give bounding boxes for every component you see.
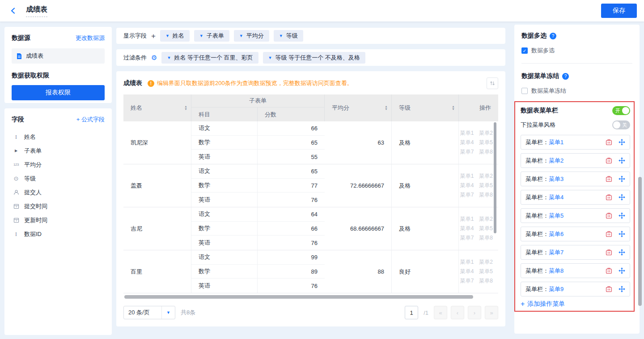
action-menu-link[interactable]: 菜单4 xyxy=(460,268,474,275)
delete-icon[interactable] xyxy=(606,157,612,164)
add-action-menu-link[interactable]: + 添加操作菜单 xyxy=(521,300,630,308)
field-item-平均分[interactable]: 123平均分 xyxy=(12,158,105,172)
save-button[interactable]: 保存 xyxy=(601,4,637,18)
delete-icon[interactable] xyxy=(606,231,612,237)
page-scrollbar[interactable] xyxy=(638,177,642,306)
formula-field-link[interactable]: + 公式字段 xyxy=(76,116,105,124)
page-number-input[interactable]: 1 xyxy=(405,306,418,319)
drag-move-icon[interactable] xyxy=(619,212,625,219)
field-item-提交时间[interactable]: 7提交时间 xyxy=(12,199,105,213)
gear-icon[interactable]: ⚙ xyxy=(151,54,157,61)
back-button[interactable] xyxy=(7,4,20,17)
sort-average-control[interactable]: ▲▼ xyxy=(385,105,388,111)
action-menu-link[interactable]: 菜单4 xyxy=(460,182,474,189)
action-menu-link[interactable]: 菜单5 xyxy=(479,225,493,232)
sort-name-control[interactable]: ▲▼ xyxy=(184,105,187,111)
add-display-field-button[interactable]: + xyxy=(151,32,156,40)
display-field-chip[interactable]: ▼平均分 xyxy=(234,30,269,42)
action-menu-link[interactable]: 菜单4 xyxy=(460,225,474,232)
action-menu-link[interactable]: 菜单1 xyxy=(460,172,474,180)
horizontal-scrollbar[interactable] xyxy=(124,295,473,299)
delete-icon[interactable] xyxy=(606,139,612,146)
field-item-提交人[interactable]: 提交人 xyxy=(12,185,105,199)
multi-select-checkbox[interactable]: ✓ 数据多选 xyxy=(521,47,632,55)
field-item-更新时间[interactable]: 7更新时间 xyxy=(12,213,105,227)
action-menu-link[interactable]: 菜单5 xyxy=(479,139,493,146)
last-page-button[interactable]: » xyxy=(485,306,498,319)
action-menu-link[interactable]: 菜单2 xyxy=(479,172,493,180)
display-field-chip[interactable]: ▼子表单 xyxy=(194,30,229,42)
action-menu-link[interactable]: 菜单4 xyxy=(460,139,474,146)
drag-move-icon[interactable] xyxy=(619,194,625,201)
report-permission-button[interactable]: 报表权限 xyxy=(12,85,105,100)
action-menu-link[interactable]: 菜单5 xyxy=(479,268,493,275)
display-field-chip[interactable]: ▼等级 xyxy=(274,30,303,42)
table-row: 吉尼语文64数学66英语7668.66666667及格菜单1菜单2菜单4菜单5菜… xyxy=(123,207,498,250)
action-menu-link[interactable]: 菜单7 xyxy=(460,191,474,199)
action-menu-link[interactable]: 菜单2 xyxy=(479,215,493,223)
dropdown-style-toggle[interactable]: 关 xyxy=(612,120,630,129)
next-page-button[interactable]: › xyxy=(468,306,481,319)
default-sort-button[interactable] xyxy=(487,77,498,89)
page-title[interactable]: 成绩表 xyxy=(26,5,47,17)
first-page-button[interactable]: « xyxy=(434,306,447,319)
cell-score: 64 xyxy=(258,207,325,221)
action-menu-link[interactable]: 菜单5 xyxy=(479,182,493,189)
action-menu-link[interactable]: 菜单8 xyxy=(479,191,493,199)
display-field-chip[interactable]: ▼姓名 xyxy=(160,30,190,42)
menu-item-name[interactable]: 菜单9 xyxy=(549,285,564,293)
menu-bar-toggle[interactable]: 开 xyxy=(612,106,630,115)
menu-item-name[interactable]: 菜单5 xyxy=(549,212,564,220)
drag-move-icon[interactable] xyxy=(619,139,625,146)
delete-icon[interactable] xyxy=(606,249,612,256)
menu-item-name[interactable]: 菜单8 xyxy=(549,267,564,275)
drag-move-icon[interactable] xyxy=(619,267,625,274)
action-menu-link[interactable]: 菜单1 xyxy=(460,215,474,223)
menu-item-name[interactable]: 菜单3 xyxy=(549,175,564,183)
field-item-数据ID[interactable]: I数据ID xyxy=(12,227,105,241)
drag-move-icon[interactable] xyxy=(619,231,625,237)
field-item-子表单[interactable]: ▶子表单 xyxy=(12,144,105,158)
drag-move-icon[interactable] xyxy=(619,249,625,256)
action-menu-link[interactable]: 菜单7 xyxy=(460,148,474,156)
menu-item-name[interactable]: 菜单2 xyxy=(549,157,564,165)
field-item-等级[interactable]: ⊙等级 xyxy=(12,172,105,185)
subform-row: 数学77 xyxy=(191,179,325,193)
drag-move-icon[interactable] xyxy=(619,176,625,182)
delete-icon[interactable] xyxy=(606,194,612,201)
menu-item-name[interactable]: 菜单4 xyxy=(549,193,564,202)
delete-icon[interactable] xyxy=(606,212,612,219)
text-field-icon: I xyxy=(12,231,21,238)
drag-move-icon[interactable] xyxy=(619,157,625,164)
action-menu-link[interactable]: 菜单8 xyxy=(479,277,493,285)
field-item-姓名[interactable]: I姓名 xyxy=(12,130,105,144)
help-icon[interactable]: ? xyxy=(562,73,569,80)
filter-condition-chip[interactable]: ▼姓名 等于任意一个 百里、彩页 xyxy=(161,52,258,64)
help-icon[interactable]: ? xyxy=(550,33,556,39)
sort-grade-control[interactable]: ▲▼ xyxy=(452,105,455,111)
menu-freeze-checkbox[interactable]: 数据菜单冻结 xyxy=(521,87,632,95)
delete-icon[interactable] xyxy=(606,176,612,182)
prev-page-button[interactable]: ‹ xyxy=(451,306,464,319)
drag-move-icon[interactable] xyxy=(619,286,625,292)
change-datasource-link[interactable]: 更改数据源 xyxy=(76,34,105,42)
table-body: 凯尼深语文66数学65英语5563及格菜单1菜单2菜单4菜单5菜单7菜单8盖聂语… xyxy=(123,121,498,293)
action-menu-link[interactable]: 菜单7 xyxy=(460,234,474,242)
datasource-item[interactable]: 成绩表 xyxy=(12,48,105,64)
menu-item-name[interactable]: 菜单6 xyxy=(549,230,564,238)
page-size-select[interactable]: 20 条/页 ▼ xyxy=(123,306,175,319)
delete-icon[interactable] xyxy=(606,286,612,292)
action-menu-link[interactable]: 菜单1 xyxy=(460,129,474,137)
menu-item-name[interactable]: 菜单7 xyxy=(549,249,564,257)
menu-item-name[interactable]: 菜单1 xyxy=(549,138,564,146)
delete-icon[interactable] xyxy=(606,267,612,274)
action-menu-link[interactable]: 菜单8 xyxy=(479,234,493,242)
cell-subject: 数学 xyxy=(191,222,258,236)
action-menu-link[interactable]: 菜单8 xyxy=(479,148,493,156)
action-menu-link[interactable]: 菜单2 xyxy=(479,129,493,137)
action-menu-link[interactable]: 菜单1 xyxy=(460,258,474,266)
action-menu-link[interactable]: 菜单7 xyxy=(460,277,474,285)
action-menu-link[interactable]: 菜单2 xyxy=(479,258,493,266)
vertical-scrollbar[interactable] xyxy=(494,122,496,233)
filter-condition-chip[interactable]: ▼等级 等于任意一个 不及格、及格 xyxy=(263,52,365,64)
